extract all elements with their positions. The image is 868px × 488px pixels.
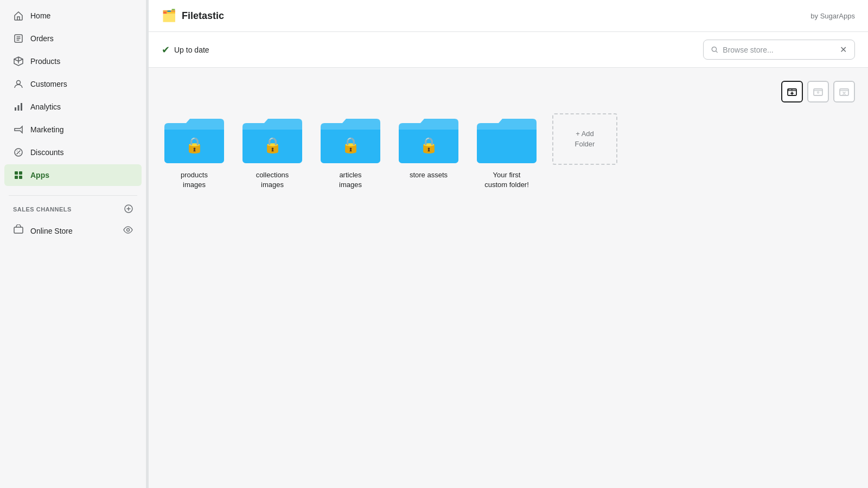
status-text: Up to date <box>174 46 209 54</box>
status-left: ✔ Up to date <box>162 44 209 56</box>
add-folder-label: + Add Folder <box>575 129 595 149</box>
folders-grid: 🔒 productsimages 🔒 collectionsimages <box>162 113 855 190</box>
svg-text:🔒: 🔒 <box>419 136 438 154</box>
app-header: 🗂️ Filetastic by SugarApps <box>149 0 868 32</box>
folder-area: 🔒 productsimages 🔒 collectionsimages <box>149 68 868 488</box>
folder-settings-button[interactable] <box>807 81 829 102</box>
svg-rect-8 <box>15 176 18 179</box>
toolbar-icons <box>162 81 855 102</box>
status-bar: ✔ Up to date ✕ <box>149 32 868 68</box>
sidebar-item-customers[interactable]: Customers <box>4 73 142 95</box>
sidebar-item-apps-label: Apps <box>30 171 49 179</box>
check-icon: ✔ <box>162 44 170 56</box>
search-input[interactable] <box>723 46 835 54</box>
products-icon <box>13 56 24 67</box>
sidebar-item-apps[interactable]: Apps <box>4 164 142 186</box>
search-close-icon[interactable]: ✕ <box>840 44 847 55</box>
svg-point-1 <box>17 81 21 85</box>
sidebar-item-products[interactable]: Products <box>4 50 142 72</box>
search-icon <box>711 46 718 54</box>
home-icon <box>13 10 24 21</box>
folder-icon-products: 🔒 <box>162 113 227 165</box>
svg-rect-11 <box>14 227 23 233</box>
sales-channels-label: SALES CHANNELS <box>13 206 72 213</box>
sidebar-item-orders[interactable]: Orders <box>4 28 142 49</box>
folder-store-assets[interactable]: 🔒 store assets <box>396 113 461 180</box>
search-box[interactable]: ✕ <box>703 40 855 60</box>
app-byline: by SugarApps <box>810 12 855 20</box>
sidebar-item-analytics-label: Analytics <box>30 102 61 111</box>
apps-icon <box>13 170 24 181</box>
new-folder-button[interactable] <box>781 81 803 102</box>
delete-button[interactable] <box>833 81 855 102</box>
folder-custom[interactable]: Your firstcustom folder! <box>474 113 539 190</box>
sidebar: Home Orders Products Customers Analytics <box>0 0 146 488</box>
analytics-icon <box>13 101 24 112</box>
svg-rect-4 <box>21 103 22 111</box>
folder-label-collections: collectionsimages <box>256 170 289 190</box>
sidebar-item-online-store[interactable]: Online Store <box>4 219 142 242</box>
folder-icon-articles: 🔒 <box>318 113 383 165</box>
orders-icon <box>13 33 24 44</box>
discounts-icon <box>13 147 24 158</box>
sidebar-item-marketing-label: Marketing <box>30 125 63 134</box>
svg-rect-3 <box>18 105 20 111</box>
sales-channels-header: SALES CHANNELS <box>0 200 146 219</box>
sidebar-item-home[interactable]: Home <box>4 5 142 27</box>
folder-label-store-assets: store assets <box>410 170 448 180</box>
add-channel-icon[interactable] <box>124 204 133 214</box>
svg-rect-9 <box>19 176 22 179</box>
folder-label-products: productsimages <box>181 170 208 190</box>
add-folder-button[interactable]: + Add Folder <box>552 113 617 165</box>
folder-icon-store-assets: 🔒 <box>396 113 461 165</box>
marketing-icon <box>13 124 24 135</box>
svg-text:🔒: 🔒 <box>185 136 204 154</box>
folder-label-articles: articlesimages <box>339 170 362 190</box>
svg-rect-15 <box>814 89 822 95</box>
sidebar-item-analytics[interactable]: Analytics <box>4 96 142 118</box>
folder-products-images[interactable]: 🔒 productsimages <box>162 113 227 190</box>
svg-point-12 <box>127 228 130 231</box>
svg-rect-2 <box>15 107 16 111</box>
app-title: Filetastic <box>182 10 224 22</box>
sidebar-item-customers-label: Customers <box>30 80 67 88</box>
online-store-icon <box>13 224 24 237</box>
app-title-area: 🗂️ Filetastic <box>162 9 224 23</box>
svg-rect-6 <box>15 171 18 175</box>
sidebar-nav: Home Orders Products Customers Analytics <box>0 0 146 191</box>
sidebar-item-orders-label: Orders <box>30 34 54 43</box>
folder-label-custom: Your firstcustom folder! <box>484 170 529 190</box>
folder-articles-images[interactable]: 🔒 articlesimages <box>318 113 383 190</box>
sidebar-item-home-label: Home <box>30 11 50 20</box>
app-logo: 🗂️ <box>162 9 176 23</box>
folder-collections-images[interactable]: 🔒 collectionsimages <box>240 113 305 190</box>
online-store-left: Online Store <box>13 224 73 237</box>
svg-text:🔒: 🔒 <box>263 136 282 154</box>
svg-rect-7 <box>19 171 22 175</box>
main-content: 🗂️ Filetastic by SugarApps ✔ Up to date … <box>149 0 868 488</box>
svg-rect-16 <box>840 89 848 95</box>
eye-icon[interactable] <box>123 225 133 237</box>
folder-icon-collections: 🔒 <box>240 113 305 165</box>
svg-text:🔒: 🔒 <box>341 136 360 154</box>
folder-icon-custom <box>474 113 539 165</box>
online-store-label: Online Store <box>30 227 73 235</box>
sidebar-item-discounts-label: Discounts <box>30 148 63 157</box>
sidebar-item-discounts[interactable]: Discounts <box>4 142 142 163</box>
customers-icon <box>13 79 24 89</box>
sidebar-item-marketing[interactable]: Marketing <box>4 119 142 140</box>
add-folder-container[interactable]: + Add Folder <box>552 113 617 165</box>
sidebar-divider <box>9 195 137 196</box>
sidebar-item-products-label: Products <box>30 57 60 66</box>
